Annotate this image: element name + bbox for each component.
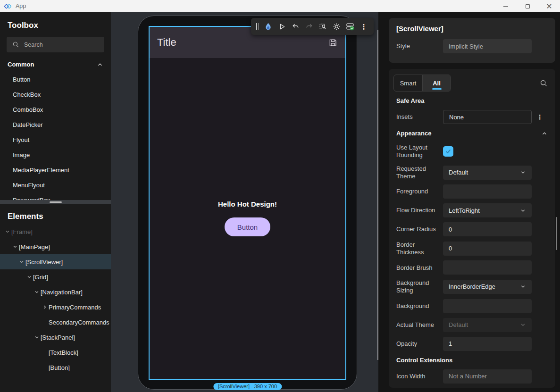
property-row-border-brush: Border Brush xyxy=(396,260,548,275)
chevron-down-icon[interactable] xyxy=(11,244,19,250)
play-icon[interactable] xyxy=(277,22,286,31)
requested-theme-dropdown[interactable]: Default xyxy=(443,166,532,180)
tree-item-navigationbar[interactable]: [NavigationBar] xyxy=(0,284,111,300)
actual-theme-dropdown: Default xyxy=(443,318,532,332)
property-tabs: Smart All xyxy=(393,75,451,92)
tab-smart[interactable]: Smart xyxy=(394,75,422,91)
redo-icon[interactable] xyxy=(304,22,314,31)
property-row-requested-theme: Requested Theme Default xyxy=(396,165,548,180)
use-layout-rounding-checkbox[interactable] xyxy=(443,146,453,157)
toolbox-item-image[interactable]: Image xyxy=(0,147,111,162)
selected-element-title: [ScrollViewer] xyxy=(396,25,548,33)
window-titlebar: App ✕ xyxy=(0,0,560,12)
properties-card: Smart All Safe Area Insets None ⋮ Appear… xyxy=(389,69,555,388)
chevron-down-icon[interactable] xyxy=(33,289,41,295)
toolbox-search-input[interactable]: Search xyxy=(7,37,104,52)
resize-grip-icon xyxy=(50,201,62,203)
toolbox-item-combobox[interactable]: ComboBox xyxy=(0,102,111,117)
maximize-button[interactable] xyxy=(517,0,538,12)
device-preview-frame: Title Hello Hot Design! Button [ScrollVi… xyxy=(138,16,357,390)
tree-item-button[interactable]: [Button] xyxy=(0,360,111,375)
property-row-actual-theme: Actual Theme Default xyxy=(396,318,548,332)
elements-panel: Elements [Frame] [MainPage] [ScrollViewe… xyxy=(0,204,111,392)
tree-item-textblock[interactable]: [TextBlock] xyxy=(0,345,111,360)
inspector-scrollbar[interactable] xyxy=(556,217,557,250)
background-input[interactable] xyxy=(443,299,532,313)
device-page-body: Hello Hot Design! Button xyxy=(150,58,345,236)
chevron-down-icon[interactable] xyxy=(25,274,33,280)
property-row-foreground: Foreground xyxy=(396,184,548,199)
tree-item-grid[interactable]: [Grid] xyxy=(0,269,111,284)
flow-direction-dropdown[interactable]: LeftToRight xyxy=(443,203,532,217)
border-thickness-input[interactable]: 0 xyxy=(443,242,532,256)
style-input[interactable]: Implicit Style xyxy=(443,39,532,53)
chevron-down-icon[interactable] xyxy=(33,334,41,340)
toolbox-item-checkbox[interactable]: CheckBox xyxy=(0,87,111,102)
toolbox-panel: Toolbox Search Common Button CheckBox Co… xyxy=(0,12,111,200)
insets-more-icon[interactable]: ⋮ xyxy=(536,113,543,121)
tree-item-scrollviewer[interactable]: [ScrollViewer] xyxy=(0,254,111,269)
device-screen[interactable]: Title Hello Hot Design! Button xyxy=(149,26,346,380)
chevron-down-icon xyxy=(520,169,526,175)
toolbox-item-menuflyout[interactable]: MenuFlyout xyxy=(0,177,111,192)
chevron-down-icon xyxy=(520,208,526,214)
chevron-right-icon[interactable] xyxy=(41,304,49,310)
insets-input[interactable]: None xyxy=(443,110,532,124)
chevron-down-icon[interactable] xyxy=(4,229,11,234)
section-control-extensions: Control Extensions xyxy=(396,357,548,364)
tree-item-frame[interactable]: [Frame] xyxy=(0,224,111,239)
tab-all[interactable]: All xyxy=(422,75,451,91)
tree-item-primarycommands[interactable]: PrimaryCommands xyxy=(0,300,111,315)
app-window: App ✕ Toolbox Search Common Button xyxy=(0,0,560,392)
app-logo-icon xyxy=(4,2,12,10)
corner-radius-input[interactable]: 0 xyxy=(443,222,532,236)
property-search-icon[interactable] xyxy=(540,79,548,87)
chevron-down-icon xyxy=(520,284,526,290)
elements-title: Elements xyxy=(8,212,111,221)
property-row-icon-width: Icon Width Not a Number xyxy=(396,369,548,384)
border-brush-input[interactable] xyxy=(443,260,532,275)
property-row-background: Background xyxy=(396,299,548,313)
tree-item-secondarycommands[interactable]: SecondaryCommands xyxy=(0,315,111,330)
close-button[interactable]: ✕ xyxy=(538,0,560,12)
check-icon xyxy=(445,148,451,155)
minimize-button[interactable] xyxy=(495,0,517,12)
tree-item-mainpage[interactable]: [MainPage] xyxy=(0,239,111,254)
toolbox-title: Toolbox xyxy=(8,21,111,30)
theme-toggle-sun-icon[interactable] xyxy=(332,22,341,31)
design-toolbar: ⋮ xyxy=(251,18,374,35)
left-sidebar: Toolbox Search Common Button CheckBox Co… xyxy=(0,12,111,392)
tree-item-stackpanel[interactable]: [StackPanel] xyxy=(0,330,111,345)
search-icon xyxy=(12,41,19,48)
design-canvas[interactable]: Title Hello Hot Design! Button [ScrollVi… xyxy=(111,12,378,392)
property-row-insets: Insets None ⋮ xyxy=(396,110,548,124)
chevron-up-icon xyxy=(97,61,103,68)
panel-resize-handle[interactable] xyxy=(0,200,111,204)
toolbox-section-common[interactable]: Common xyxy=(0,61,111,68)
section-appearance[interactable]: Appearance xyxy=(396,130,548,137)
toolbox-item-datepicker[interactable]: DatePicker xyxy=(0,117,111,132)
opacity-input[interactable]: 1 xyxy=(443,337,532,351)
toolbox-item-mediaplayerelement[interactable]: MediaPlayerElement xyxy=(0,162,111,177)
window-title: App xyxy=(16,3,26,9)
toolbox-item-flyout[interactable]: Flyout xyxy=(0,132,111,147)
icon-width-input[interactable]: Not a Number xyxy=(443,369,532,384)
toolbox-item-button[interactable]: Button xyxy=(0,72,111,87)
drag-handle-icon[interactable] xyxy=(256,23,259,30)
chevron-up-icon[interactable] xyxy=(541,130,548,137)
foreground-input[interactable] xyxy=(443,184,532,199)
more-options-icon[interactable]: ⋮ xyxy=(359,22,368,31)
selection-size-badge: [ScrollViewer] - 390 x 700 xyxy=(213,383,282,390)
toolbox-item-passwordbox[interactable]: PasswordBox xyxy=(0,192,111,200)
hot-design-flame-icon[interactable] xyxy=(263,22,273,31)
connection-status-icon[interactable] xyxy=(345,22,355,31)
property-row-use-layout-rounding: Use Layout Rounding xyxy=(396,142,548,160)
chevron-down-icon xyxy=(520,322,526,328)
element-picker-icon[interactable] xyxy=(318,22,327,31)
device-button[interactable]: Button xyxy=(225,217,270,236)
save-icon[interactable] xyxy=(328,38,338,48)
background-sizing-dropdown[interactable]: InnerBorderEdge xyxy=(443,280,532,294)
style-label: Style xyxy=(396,42,443,50)
chevron-down-icon[interactable] xyxy=(18,259,25,265)
undo-icon[interactable] xyxy=(291,22,300,31)
